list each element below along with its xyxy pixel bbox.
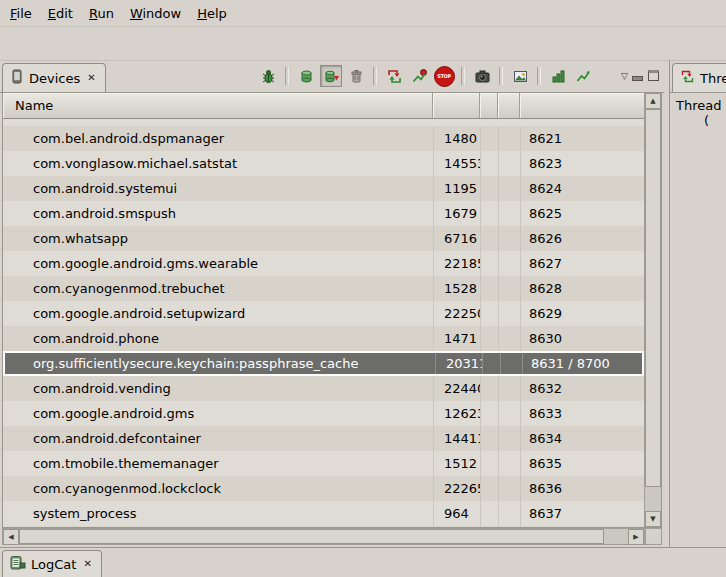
process-port: 8628 xyxy=(520,276,644,301)
table-row[interactable]: com.bel.android.dspmanager 1480 8621 xyxy=(3,126,644,151)
close-icon[interactable]: ✕ xyxy=(81,558,93,570)
toolbar-separator xyxy=(537,67,541,85)
dump-hprof-icon[interactable] xyxy=(320,65,342,87)
devices-toolbar: STOP ▽ xyxy=(257,60,660,92)
close-icon[interactable]: ✕ xyxy=(85,72,97,84)
process-port: 8635 xyxy=(520,451,644,476)
screen-capture-icon[interactable] xyxy=(471,65,493,87)
empty-cell xyxy=(480,426,498,451)
table-row[interactable]: com.google.android.gms 12623 8633 xyxy=(3,401,644,426)
threads-message: Thread up ( xyxy=(670,93,726,128)
empty-cell xyxy=(498,151,520,176)
process-name: org.sufficientlysecure.keychain:passphra… xyxy=(5,353,435,374)
empty-cell xyxy=(498,376,520,401)
empty-cell xyxy=(480,126,498,151)
menu-edit[interactable]: Edit xyxy=(40,2,81,25)
capture-system-state-icon[interactable] xyxy=(547,65,569,87)
process-port: 8637 xyxy=(520,501,644,526)
table-row[interactable]: com.android.systemui 1195 8624 xyxy=(3,176,644,201)
process-port: 8632 xyxy=(520,376,644,401)
view-menu-icon[interactable]: ▽ xyxy=(621,71,628,81)
process-port: 8627 xyxy=(520,251,644,276)
tab-threads[interactable]: Threads xyxy=(672,63,726,92)
column-header[interactable] xyxy=(480,93,498,118)
process-name: com.whatsapp xyxy=(3,226,433,251)
process-pid: 1528 xyxy=(433,276,480,301)
horizontal-scrollbar[interactable]: ◀ ▶ xyxy=(2,528,645,545)
horizontal-scrollbar-thumb[interactable] xyxy=(19,529,604,544)
threads-message-line1: Thread up xyxy=(676,98,726,113)
tab-devices[interactable]: Devices ✕ xyxy=(2,63,106,92)
table-row[interactable]: system_process 964 8637 xyxy=(3,501,644,526)
empty-cell xyxy=(498,201,520,226)
process-name: com.google.android.setupwizard xyxy=(3,301,433,326)
process-table: Name com.bel.android.dspmanager 1480 xyxy=(2,92,662,528)
process-port: 8630 xyxy=(520,326,644,351)
menu-window[interactable]: Window xyxy=(122,2,189,25)
vertical-scrollbar-thumb[interactable] xyxy=(645,109,661,487)
table-row[interactable]: com.cyanogenmod.trebuchet 1528 8628 xyxy=(3,276,644,301)
tab-logcat[interactable]: LogCat ✕ xyxy=(2,550,102,577)
column-header[interactable] xyxy=(498,93,520,118)
scroll-down-icon[interactable]: ▼ xyxy=(645,511,661,527)
threads-message-line2: ( xyxy=(676,113,726,128)
scroll-up-icon[interactable]: ▲ xyxy=(645,93,661,109)
process-port: 8633 xyxy=(520,401,644,426)
menu-run[interactable]: Run xyxy=(81,2,122,25)
empty-cell xyxy=(480,276,498,301)
update-threads-icon[interactable] xyxy=(383,65,405,87)
table-row[interactable]: com.google.android.setupwizard 22250 862… xyxy=(3,301,644,326)
column-header-port[interactable] xyxy=(520,93,644,118)
table-row-selected[interactable]: org.sufficientlysecure.keychain:passphra… xyxy=(3,351,644,376)
process-pid: 1471 xyxy=(433,326,480,351)
process-pid: 12623 xyxy=(433,401,480,426)
partial-row xyxy=(3,119,644,126)
process-pid: 22440 xyxy=(433,376,480,401)
empty-cell xyxy=(480,226,498,251)
table-row[interactable]: com.google.android.gms.wearable 22185 86… xyxy=(3,251,644,276)
start-method-profiling-icon[interactable] xyxy=(408,65,430,87)
maximize-icon[interactable] xyxy=(647,70,660,82)
scroll-left-icon[interactable]: ◀ xyxy=(3,529,19,545)
table-row[interactable]: com.whatsapp 6716 8626 xyxy=(3,226,644,251)
tab-devices-label: Devices xyxy=(29,71,80,86)
process-pid: 14411 xyxy=(433,426,480,451)
column-header-pid[interactable] xyxy=(433,93,480,118)
device-icon xyxy=(10,69,24,87)
empty-cell xyxy=(498,251,520,276)
empty-cell xyxy=(498,276,520,301)
table-row[interactable]: com.vonglasow.michael.satstat 14553 8623 xyxy=(3,151,644,176)
table-row[interactable]: com.cyanogenmod.lockclock 22265 8636 xyxy=(3,476,644,501)
cause-gc-icon[interactable] xyxy=(345,65,367,87)
minimize-icon[interactable] xyxy=(631,70,644,82)
process-pid: 1512 xyxy=(433,451,480,476)
update-heap-icon[interactable] xyxy=(295,65,317,87)
column-header-name[interactable]: Name xyxy=(3,93,433,118)
process-pid: 14553 xyxy=(433,151,480,176)
table-row[interactable]: com.android.phone 1471 8630 xyxy=(3,326,644,351)
stop-badge: STOP xyxy=(434,66,455,87)
toolbar-separator xyxy=(373,67,377,85)
network-statistics-icon[interactable] xyxy=(572,65,594,87)
process-pid: 1679 xyxy=(433,201,480,226)
dump-view-hierarchy-icon[interactable] xyxy=(509,65,531,87)
table-row[interactable]: com.android.defcontainer 14411 8634 xyxy=(3,426,644,451)
table-row[interactable]: com.tmobile.thememanager 1512 8635 xyxy=(3,451,644,476)
table-row[interactable]: com.android.smspush 1679 8625 xyxy=(3,201,644,226)
empty-cell xyxy=(480,501,498,526)
tab-logcat-label: LogCat xyxy=(31,557,76,572)
empty-cell xyxy=(480,176,498,201)
process-name: com.android.systemui xyxy=(3,176,433,201)
vertical-scrollbar[interactable]: ▲ ▼ xyxy=(644,93,661,527)
debug-icon[interactable] xyxy=(257,65,279,87)
devices-view: Devices ✕ xyxy=(0,60,664,548)
menu-file[interactable]: File xyxy=(2,2,40,25)
menu-help[interactable]: Help xyxy=(189,2,235,25)
table-row[interactable]: com.android.vending 22440 8632 xyxy=(3,376,644,401)
process-name: com.tmobile.thememanager xyxy=(3,451,433,476)
table-rows: com.bel.android.dspmanager 1480 8621 com… xyxy=(3,126,644,526)
empty-cell xyxy=(498,451,520,476)
process-port: 8625 xyxy=(520,201,644,226)
scroll-right-icon[interactable]: ▶ xyxy=(628,529,644,545)
stop-process-icon[interactable]: STOP xyxy=(433,65,455,87)
